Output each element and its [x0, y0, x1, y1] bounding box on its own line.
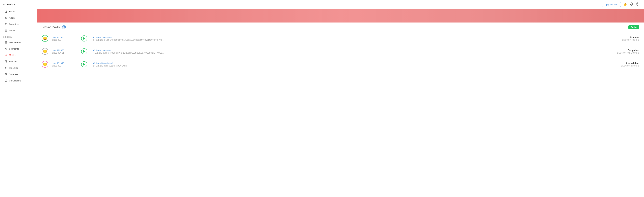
user-name[interactable]: User 131905: [52, 36, 75, 39]
sidebar-nav-home[interactable]: Home: [1, 9, 36, 15]
table-row: 😊 User 129375 SINCE JUN 21 Online · 1 se…: [37, 45, 644, 58]
play-button[interactable]: [81, 61, 87, 67]
session-info: Online · 1 session 4 EVENTS· 0:44 · /PRO…: [93, 49, 614, 54]
session-location: Ahmedabad DESKTOP · LINUX 🖥: [619, 62, 639, 67]
user-since: SINCE JUN 21: [52, 52, 75, 54]
device-text: DESKTOP · WINDOWS: [617, 52, 637, 54]
location-device: DESKTOP · LINUX 🖥: [619, 65, 639, 67]
app-chevron: ▾: [14, 3, 15, 6]
segments-icon: [5, 47, 8, 50]
location-city: Bengaluru: [617, 49, 639, 52]
sidebar-nav-conversions[interactable]: Conversions: [1, 78, 36, 84]
monitor-icon: 🖥: [638, 65, 639, 67]
top-header: Upgrade Plan ✋: [37, 0, 644, 9]
sidebar-nav-metrics[interactable]: Metrics: [1, 52, 36, 58]
sidebar-nav-journeys[interactable]: Journeys: [1, 71, 36, 77]
avatar: 😊: [42, 48, 48, 55]
upgrade-plan-button[interactable]: Upgrade Plan: [602, 2, 621, 7]
app-name: UXHack: [3, 3, 13, 6]
bell-notification-icon[interactable]: [630, 2, 633, 7]
sidebar-item-funnels-label: Funnels: [9, 60, 17, 63]
session-status: Online · 1 session: [93, 49, 614, 52]
shield-icon: [5, 23, 8, 26]
red-banner: [37, 9, 644, 23]
playlist-header: Session Playlist Online: [37, 23, 644, 32]
online-badge: Online: [628, 25, 639, 29]
metrics-icon: [5, 54, 8, 56]
sidebar-item-conversions-label: Conversions: [9, 79, 21, 82]
svg-rect-4: [6, 41, 7, 42]
session-details: 24 EVENTS· 6:39 · /ELDORADO/PLANS/: [93, 65, 616, 67]
location-city: Ahmedabad: [619, 62, 639, 65]
monitor-icon: 🖥: [638, 39, 639, 41]
session-info: Online · 2 sessions 14 EVENTS· 34:24 · /…: [93, 36, 616, 41]
user-info: User 131905 SINCE JUL 4: [52, 36, 75, 41]
svg-rect-0: [5, 30, 7, 31]
scrollbar-thumb[interactable]: [36, 14, 36, 24]
session-location: Chennai DESKTOP · OS X 🖥: [619, 36, 639, 41]
svg-point-7: [5, 48, 6, 49]
sidebar-item-segments-label: Segments: [9, 48, 19, 50]
playlist-title: Session Playlist: [42, 26, 60, 29]
avatar: 😊: [42, 61, 48, 68]
bell-icon: [5, 17, 8, 19]
user-info: User 129375 SINCE JUN 21: [52, 49, 75, 54]
play-button[interactable]: [81, 36, 87, 42]
dashboards-icon: [5, 41, 8, 44]
library-section-label: Library: [0, 34, 37, 39]
journeys-icon: [5, 73, 8, 76]
play-triangle-icon: [83, 50, 85, 53]
table-row: 😄 User 131905 SINCE JUL 4 Online · 2 ses…: [37, 32, 644, 45]
sidebar-nav-segments[interactable]: Segments: [1, 46, 36, 52]
session-status: Online · 2 sessions: [93, 36, 616, 39]
sidebar-item-notes-label: Notes: [9, 29, 15, 32]
sidebar-nav-notes[interactable]: Notes: [1, 28, 36, 34]
session-details: 14 EVENTS· 34:24 · /PRODUCT/FIGMA/CHALLE…: [93, 39, 616, 41]
help-icon[interactable]: [636, 2, 639, 7]
conversions-icon: [5, 79, 8, 82]
hand-icon[interactable]: ✋: [624, 3, 627, 6]
sidebar-nav-retention[interactable]: Retention: [1, 65, 36, 71]
scrollbar-track: [36, 10, 36, 197]
sidebar: UXHack ▾ Home Alerts Detections: [0, 0, 37, 197]
sidebar-item-alerts-label: Alerts: [9, 17, 14, 19]
user-name[interactable]: User 129375: [52, 49, 75, 52]
location-device: DESKTOP · WINDOWS 🖥: [617, 52, 639, 54]
sidebar-item-detections-label: Detections: [9, 23, 19, 26]
sidebar-nav-funnels[interactable]: Funnels: [1, 58, 36, 65]
svg-rect-3: [5, 41, 6, 42]
sidebar-item-home-label: Home: [9, 10, 15, 13]
location-city: Chennai: [619, 36, 639, 39]
content-area: Session Playlist Online 😄 User 131905 SI…: [37, 9, 644, 197]
sidebar-item-journeys-label: Journeys: [9, 73, 18, 76]
sidebar-nav-alerts[interactable]: Alerts: [1, 15, 36, 21]
main-content: Upgrade Plan ✋ Session Playlist: [37, 0, 644, 197]
user-name[interactable]: User 131945: [52, 62, 75, 65]
app-logo[interactable]: UXHack ▾: [0, 0, 37, 8]
sidebar-item-dashboards-label: Dashboards: [9, 41, 21, 44]
table-row: 😊 User 131945 SINCE JUL 4 Online · New v…: [37, 58, 644, 71]
svg-marker-8: [5, 61, 7, 62]
session-details: 4 EVENTS· 0:44 · /PRODUCT/PHONEPE/CHALLE…: [93, 52, 614, 54]
funnels-icon: [5, 60, 8, 63]
session-status: Online · New visitor!: [93, 62, 616, 65]
device-text: DESKTOP · LINUX: [621, 65, 637, 67]
retention-icon: [5, 67, 8, 69]
play-triangle-icon: [83, 37, 85, 40]
session-info: Online · New visitor! 24 EVENTS· 6:39 · …: [93, 62, 616, 67]
user-since: SINCE JUL 4: [52, 39, 75, 41]
location-device: DESKTOP · OS X 🖥: [619, 39, 639, 41]
play-triangle-icon: [83, 63, 85, 66]
device-text: DESKTOP · OS X: [622, 39, 637, 41]
user-info: User 131945 SINCE JUL 4: [52, 62, 75, 67]
notes-icon: [5, 29, 8, 32]
sidebar-item-retention-label: Retention: [9, 67, 18, 69]
playlist-badge-icon: [62, 25, 66, 29]
monitor-icon: 🖥: [638, 52, 639, 54]
svg-rect-5: [6, 43, 7, 43]
sidebar-nav-detections[interactable]: Detections: [1, 21, 36, 27]
user-since: SINCE JUL 4: [52, 65, 75, 67]
play-button[interactable]: [81, 48, 87, 54]
sidebar-nav-dashboards[interactable]: Dashboards: [1, 39, 36, 45]
playlist-title-area: Session Playlist: [42, 25, 66, 29]
